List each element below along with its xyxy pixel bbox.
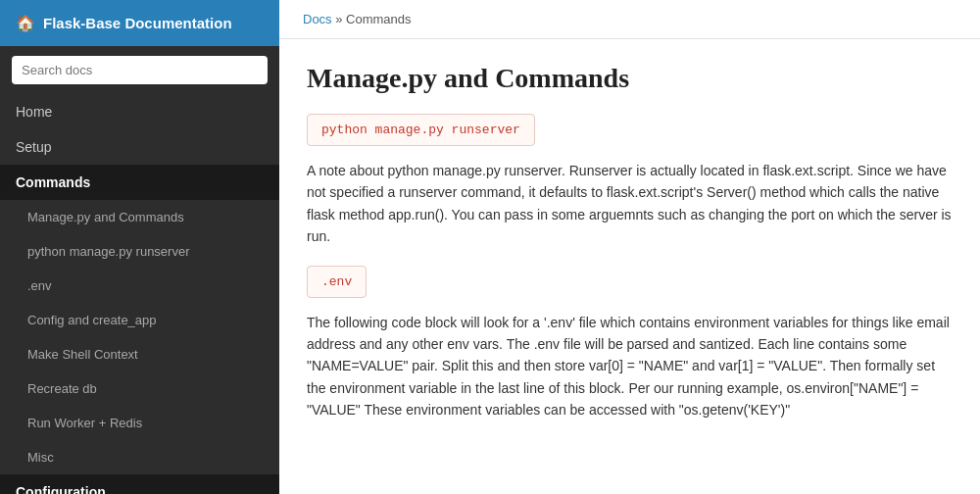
- paragraph-env: The following code block will look for a…: [307, 312, 953, 421]
- breadcrumb-current: Commands: [346, 12, 411, 26]
- sidebar-item-home[interactable]: Home: [0, 94, 279, 129]
- sidebar-item-manage-py[interactable]: Manage.py and Commands: [0, 200, 279, 234]
- sidebar-item-python-manage[interactable]: python manage.py runserver: [0, 234, 279, 269]
- page-title: Manage.py and Commands: [307, 63, 953, 94]
- code-block-runserver: python manage.py runserver: [307, 114, 535, 146]
- home-icon: 🏠: [16, 14, 35, 32]
- breadcrumb-docs-link[interactable]: Docs: [303, 12, 332, 26]
- sidebar: 🏠 Flask-Base Documentation Home Setup Co…: [0, 0, 279, 494]
- sidebar-title: Flask-Base Documentation: [43, 15, 232, 31]
- sidebar-item-make-shell[interactable]: Make Shell Context: [0, 337, 279, 371]
- breadcrumb: Docs » Commands: [279, 0, 980, 39]
- sidebar-item-misc[interactable]: Misc: [0, 440, 279, 474]
- sidebar-item-config-create[interactable]: Config and create_app: [0, 303, 279, 337]
- main-content: Docs » Commands Manage.py and Commands p…: [279, 0, 980, 494]
- sidebar-item-recreate-db[interactable]: Recreate db: [0, 371, 279, 406]
- sidebar-nav: Home Setup Commands Manage.py and Comman…: [0, 94, 279, 494]
- sidebar-item-run-worker[interactable]: Run Worker + Redis: [0, 406, 279, 440]
- sidebar-item-env[interactable]: .env: [0, 269, 279, 303]
- sidebar-header: 🏠 Flask-Base Documentation: [0, 0, 279, 46]
- search-container: [0, 46, 279, 94]
- code-block-env: .env: [307, 266, 367, 298]
- sidebar-item-configuration: Configuration: [0, 474, 279, 494]
- content-area: Manage.py and Commands python manage.py …: [279, 39, 980, 463]
- sidebar-item-setup[interactable]: Setup: [0, 129, 279, 165]
- search-input[interactable]: [12, 56, 268, 84]
- paragraph-runserver: A note about python manage.py runserver.…: [307, 160, 953, 248]
- breadcrumb-separator: »: [332, 12, 346, 26]
- sidebar-item-commands: Commands: [0, 165, 279, 200]
